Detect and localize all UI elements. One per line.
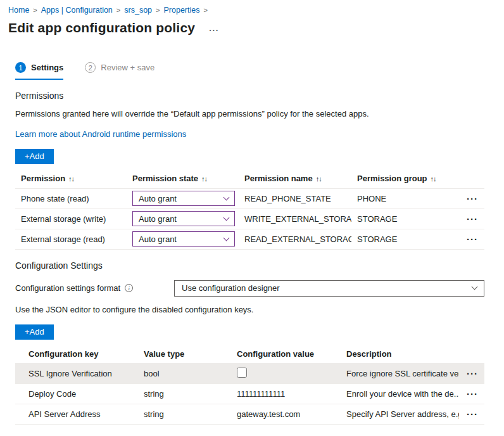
permission-state-dropdown[interactable]: Auto grant [132, 191, 235, 206]
column-header-menu [459, 345, 484, 364]
tab-settings[interactable]: 1 Settings [15, 62, 63, 80]
breadcrumb-item-home[interactable]: Home [8, 6, 29, 15]
page-title: Edit app configuration policy [8, 20, 195, 35]
column-header-configuration-value: Configuration value [231, 345, 341, 364]
row-context-menu-icon[interactable]: ··· [467, 409, 478, 420]
configuration-header-row: Configuration key Value type Configurati… [15, 345, 484, 364]
wizard-steps: 1 Settings 2 Review + save [15, 62, 504, 80]
permissions-table: Permission↑↓ Permission state↑↓ Permissi… [15, 169, 484, 250]
breadcrumb-separator: > [33, 6, 37, 14]
step-label: Review + save [101, 63, 154, 72]
cell-configuration-key: Deploy Code [15, 384, 138, 404]
cell-permission-name: WRITE_EXTERNAL_STORAGE [239, 208, 351, 229]
cell-permission-group: PHONE [351, 188, 453, 208]
sort-icon: ↑↓ [316, 175, 322, 183]
json-editor-note: Use the JSON editor to configure the dis… [15, 305, 504, 314]
cell-description: Enroll your device with the de... [341, 384, 459, 404]
permissions-header-row: Permission↑↓ Permission state↑↓ Permissi… [15, 169, 484, 188]
breadcrumb-separator: > [203, 6, 207, 14]
row-context-menu-icon[interactable]: ··· [467, 193, 478, 204]
permissions-section-title: Permissions [15, 91, 504, 101]
cell-value-type: string [138, 384, 231, 404]
column-header-permission-name[interactable]: Permission name↑↓ [239, 169, 351, 188]
cell-permission: External storage (read) [15, 229, 127, 249]
column-header-menu [453, 169, 484, 188]
dropdown-value: Use configuration designer [182, 283, 280, 293]
row-context-menu-icon[interactable]: ··· [467, 234, 478, 245]
column-header-permission-state[interactable]: Permission state↑↓ [127, 169, 239, 188]
breadcrumb-item-srs-sop[interactable]: srs_sop [124, 6, 152, 15]
column-header-value-type: Value type [138, 345, 231, 364]
configuration-format-row: Configuration settings format i Use conf… [15, 280, 484, 297]
table-row: SSL Ignore Verification bool Force ignor… [15, 364, 484, 384]
cell-permission: Phone state (read) [15, 188, 127, 208]
chevron-down-icon [224, 214, 230, 221]
row-context-menu-icon[interactable]: ··· [467, 368, 478, 379]
cell-configuration-key: API Server Address [15, 404, 138, 425]
permission-state-dropdown[interactable]: Auto grant [132, 211, 235, 226]
learn-more-link[interactable]: Learn more about Android runtime permiss… [15, 129, 186, 139]
more-options-icon[interactable]: ··· [209, 25, 219, 35]
table-row: External storage (read) Auto grant READ_… [15, 229, 484, 249]
sort-icon: ↑↓ [68, 175, 74, 183]
column-label: Permission state [132, 174, 198, 183]
cell-permission: External storage (write) [15, 208, 127, 229]
permissions-description: Permissions granted here will override t… [15, 109, 504, 119]
column-label: Permission name [244, 174, 313, 183]
chevron-down-icon [224, 194, 230, 200]
configuration-format-dropdown[interactable]: Use configuration designer [174, 280, 484, 297]
sort-icon: ↑↓ [201, 175, 207, 183]
cell-value-type: string [138, 404, 231, 425]
page-header: Edit app configuration policy ··· [0, 15, 504, 35]
column-header-permission-group[interactable]: Permission group↑↓ [351, 169, 453, 188]
table-row: External storage (write) Auto grant WRIT… [15, 208, 484, 229]
permission-state-dropdown[interactable]: Auto grant [132, 231, 235, 247]
table-row: Deploy Code string 111111111111 Enroll y… [15, 384, 484, 404]
configuration-format-label: Configuration settings format [15, 283, 120, 293]
configuration-section-title: Configuration Settings [15, 260, 504, 271]
chevron-down-icon [472, 284, 478, 290]
column-header-permission[interactable]: Permission↑↓ [15, 169, 127, 188]
configuration-table: Configuration key Value type Configurati… [15, 345, 484, 425]
table-row: Phone state (read) Auto grant READ_PHONE… [15, 188, 484, 208]
step-number-badge: 1 [15, 62, 26, 73]
dropdown-value: Auto grant [139, 234, 177, 244]
column-header-configuration-key: Configuration key [15, 345, 138, 364]
cell-description: Specify API Server address, e.g... [341, 404, 459, 425]
breadcrumb-item-apps-configuration[interactable]: Apps | Configuration [41, 6, 113, 15]
breadcrumb-separator: > [117, 6, 120, 14]
cell-configuration-value: 111111111111 [231, 384, 341, 404]
chevron-down-icon [224, 234, 230, 241]
cell-value-type: bool [138, 364, 231, 384]
add-permission-button[interactable]: +Add [15, 149, 54, 164]
cell-permission-name: READ_EXTERNAL_STORAGE [239, 229, 351, 249]
table-row: API Server Address string gateway.test.c… [15, 404, 484, 425]
cell-permission-group: STORAGE [351, 208, 453, 229]
cell-configuration-value: gateway.test.com [231, 404, 341, 425]
cell-permission-group: STORAGE [351, 229, 453, 249]
breadcrumb: Home > Apps | Configuration > srs_sop > … [0, 0, 504, 15]
breadcrumb-separator: > [156, 6, 160, 14]
row-context-menu-icon[interactable]: ··· [467, 214, 478, 224]
column-header-description: Description [341, 345, 459, 364]
tab-review-save[interactable]: 2 Review + save [85, 62, 154, 80]
breadcrumb-item-properties[interactable]: Properties [163, 6, 199, 15]
cell-permission-name: READ_PHONE_STATE [239, 188, 351, 208]
dropdown-value: Auto grant [139, 214, 177, 224]
step-number-badge: 2 [85, 62, 96, 73]
dropdown-value: Auto grant [139, 194, 177, 203]
cell-description: Force ignore SSL certificate ver... [341, 364, 459, 384]
cell-configuration-key: SSL Ignore Verification [15, 364, 138, 384]
info-icon[interactable]: i [125, 284, 133, 292]
column-label: Permission [21, 174, 65, 183]
step-label: Settings [31, 63, 63, 72]
row-context-menu-icon[interactable]: ··· [467, 388, 478, 399]
configuration-value-checkbox[interactable] [237, 368, 247, 378]
add-configuration-button[interactable]: +Add [15, 324, 54, 340]
sort-icon: ↑↓ [431, 175, 436, 183]
column-label: Permission group [357, 174, 427, 183]
